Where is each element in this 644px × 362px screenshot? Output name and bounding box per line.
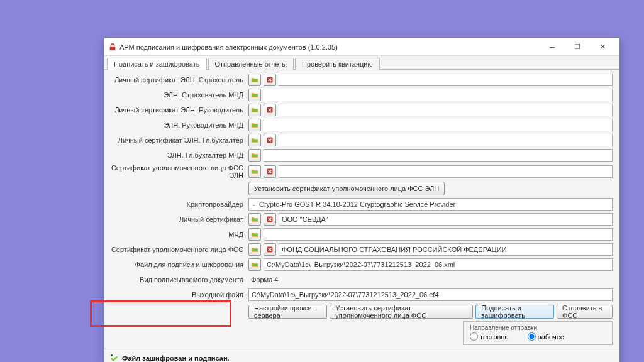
label-cert-auth-fss: Сертификат уполномоченного лица ФСС [111, 246, 246, 253]
label-eln-accountant-mchd: ЭЛН. Гл.бухгалтер МЧД [111, 151, 246, 159]
open-icon[interactable] [248, 119, 261, 131]
label-output-file: Выходной файл [111, 291, 246, 299]
label-mchd: МЧД [111, 231, 246, 238]
eln-head-mchd-field[interactable] [264, 119, 613, 131]
label-cert-eln-head: Личный сертификат ЭЛН. Руководитель [111, 106, 246, 114]
clear-icon[interactable] [264, 165, 276, 178]
open-icon[interactable] [248, 74, 261, 86]
proxy-settings-button[interactable]: Настройки прокси-сервера [248, 305, 327, 319]
minimize-button[interactable]: ─ [540, 38, 565, 56]
label-cert-eln-accountant: Личный сертификат ЭЛН. Гл.бухгалтер [111, 136, 246, 144]
clear-icon[interactable] [264, 74, 276, 86]
radio-group-title: Направление отправки [470, 324, 606, 331]
open-icon[interactable] [248, 89, 261, 101]
open-icon[interactable] [248, 104, 261, 116]
eln-accountant-mchd-field[interactable] [264, 149, 613, 162]
open-icon[interactable] [248, 134, 261, 146]
success-icon [109, 353, 118, 362]
open-icon[interactable] [248, 213, 261, 226]
clear-icon[interactable] [264, 243, 276, 256]
status-bar: Файл зашифрован и подписан. [104, 349, 619, 362]
label-eln-insurer-mchd: ЭЛН. Страхователь МЧД [111, 91, 246, 99]
tab-sign-encrypt[interactable]: Подписать и зашифровать [107, 58, 207, 70]
form-area: Личный сертификат ЭЛН. Страхователь ЭЛН.… [104, 70, 619, 349]
label-eln-head-mchd: ЭЛН. Руководитель МЧД [111, 121, 246, 129]
open-icon[interactable] [248, 258, 261, 271]
install-cert-eln-button[interactable]: Установить сертификат уполномоченного ли… [248, 182, 445, 195]
radio-test-label: тестовое [480, 333, 509, 341]
mchd-field[interactable] [264, 228, 613, 241]
cert-eln-head-field[interactable] [279, 104, 613, 116]
sign-encrypt-button[interactable]: Подписать и зашифровать [475, 305, 554, 319]
app-window: АРМ подписания и шифрования электронных … [104, 38, 619, 362]
cryptoprovider-dropdown[interactable]: ⌄Crypto-Pro GOST R 34.10-2012 Cryptograp… [248, 198, 613, 211]
open-icon[interactable] [248, 228, 261, 241]
clear-icon[interactable] [264, 213, 276, 226]
svg-point-7 [111, 354, 113, 357]
cert-eln-accountant-field[interactable] [279, 134, 613, 146]
radio-test[interactable]: тестовое [470, 332, 509, 341]
file-for-sign-field[interactable] [264, 258, 613, 271]
title-bar: АРМ подписания и шифрования электронных … [104, 38, 619, 56]
label-cert-auth-fss-eln: Сертификат уполномоченного лица ФСС ЭЛН [111, 164, 246, 179]
cert-auth-fss-field[interactable] [279, 243, 613, 256]
label-cryptoprovider: Криптопровайдер [111, 200, 246, 208]
label-personal-cert: Личный сертификат [111, 216, 246, 223]
tab-strip: Подписать и зашифровать Отправленные отч… [104, 56, 619, 70]
open-icon[interactable] [248, 149, 261, 162]
lock-icon [108, 43, 117, 52]
tab-check-receipt[interactable]: Проверить квитанцию [295, 58, 380, 70]
close-button[interactable]: ✕ [590, 38, 615, 56]
personal-cert-field[interactable] [279, 213, 613, 226]
radio-work-label: рабочее [538, 333, 564, 341]
svg-rect-0 [110, 47, 116, 50]
open-icon[interactable] [248, 243, 261, 256]
cryptoprovider-value: Crypto-Pro GOST R 34.10-2012 Cryptograph… [259, 200, 455, 208]
doc-type-value [248, 273, 613, 286]
cert-auth-fss-eln-field[interactable] [279, 165, 613, 178]
send-direction-group: Направление отправки тестовое рабочее [463, 321, 613, 345]
tab-sent-reports[interactable]: Отправленные отчеты [208, 58, 294, 70]
output-file-field[interactable] [248, 288, 613, 301]
label-cert-eln-insurer: Личный сертификат ЭЛН. Страхователь [111, 76, 246, 84]
open-icon[interactable] [248, 165, 261, 178]
label-doc-type: Вид подписываемого документа [111, 276, 246, 283]
window-title: АРМ подписания и шифрования электронных … [117, 43, 540, 51]
install-cert-fss-button[interactable]: Установить сертификат уполномоченного ли… [330, 305, 473, 319]
status-text: Файл зашифрован и подписан. [122, 354, 230, 362]
maximize-button[interactable]: ☐ [565, 38, 590, 56]
send-to-fss-button[interactable]: Отправить в ФСС [557, 305, 613, 319]
label-file-for-sign: Файл для подписи и шифрования [111, 261, 246, 268]
cert-eln-insurer-field[interactable] [279, 74, 613, 86]
clear-icon[interactable] [264, 134, 276, 146]
clear-icon[interactable] [264, 104, 276, 116]
radio-work[interactable]: рабочее [528, 332, 564, 341]
eln-insurer-mchd-field[interactable] [264, 89, 613, 101]
